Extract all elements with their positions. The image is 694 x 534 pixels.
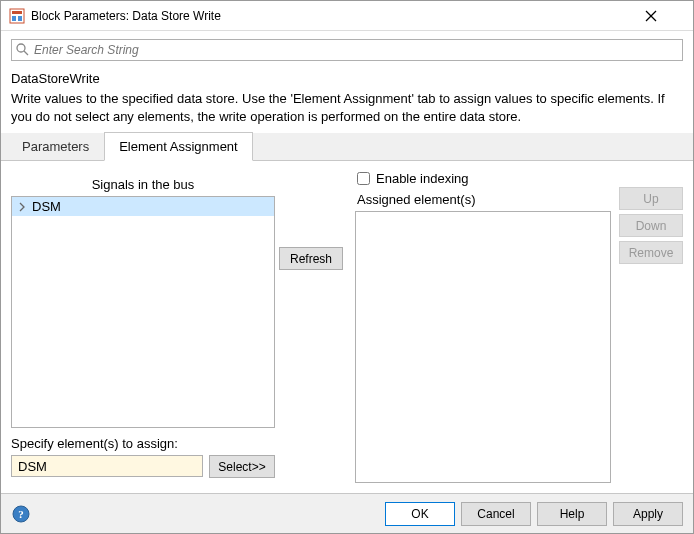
tab-bar: Parameters Element Assignment: [1, 133, 693, 161]
tab-element-assignment[interactable]: Element Assignment: [104, 132, 253, 161]
footer: ? OK Cancel Help Apply: [1, 493, 693, 533]
right-column: Enable indexing Assigned element(s): [347, 171, 611, 483]
apply-button[interactable]: Apply: [613, 502, 683, 526]
tree-item-dsm[interactable]: DSM: [12, 197, 274, 216]
specify-row: Specify element(s) to assign: Select>>: [11, 436, 275, 478]
search-row: [1, 31, 693, 67]
enable-indexing-label: Enable indexing: [376, 171, 469, 186]
signals-label: Signals in the bus: [11, 171, 275, 196]
help-icon[interactable]: ?: [11, 504, 31, 524]
ok-button[interactable]: OK: [385, 502, 455, 526]
left-column: Signals in the bus DSM Specify element(s…: [11, 171, 275, 483]
dialog-window: Block Parameters: Data Store Write DataS…: [0, 0, 694, 534]
right-button-column: Up Down Remove: [611, 171, 683, 483]
close-button[interactable]: [645, 10, 685, 22]
remove-button[interactable]: Remove: [619, 241, 683, 264]
specify-input[interactable]: [11, 455, 203, 477]
select-button[interactable]: Select>>: [209, 455, 275, 478]
main-row: Signals in the bus DSM Specify element(s…: [11, 171, 683, 483]
up-button[interactable]: Up: [619, 187, 683, 210]
svg-rect-1: [12, 11, 22, 14]
tab-parameters[interactable]: Parameters: [7, 132, 104, 160]
svg-point-6: [17, 44, 25, 52]
tree-item-label: DSM: [32, 199, 61, 214]
search-box: [11, 39, 683, 61]
enable-indexing-checkbox[interactable]: [357, 172, 370, 185]
svg-text:?: ?: [18, 508, 24, 520]
app-icon: [9, 8, 25, 24]
svg-rect-3: [18, 16, 22, 21]
down-button[interactable]: Down: [619, 214, 683, 237]
search-icon: [15, 42, 29, 56]
enable-indexing-row: Enable indexing: [355, 171, 611, 186]
svg-rect-2: [12, 16, 16, 21]
assigned-elements-list[interactable]: [355, 211, 611, 483]
refresh-button[interactable]: Refresh: [279, 247, 343, 270]
svg-line-7: [24, 51, 28, 55]
assigned-label: Assigned element(s): [355, 190, 611, 211]
description-area: DataStoreWrite Write values to the speci…: [1, 67, 693, 133]
specify-input-row: Select>>: [11, 455, 275, 478]
cancel-button[interactable]: Cancel: [461, 502, 531, 526]
tab-content: Signals in the bus DSM Specify element(s…: [1, 161, 693, 493]
search-input[interactable]: [11, 39, 683, 61]
block-description: Write values to the specified data store…: [11, 90, 683, 125]
titlebar: Block Parameters: Data Store Write: [1, 1, 693, 31]
chevron-right-icon: [18, 202, 28, 212]
window-title: Block Parameters: Data Store Write: [31, 9, 645, 23]
specify-label: Specify element(s) to assign:: [11, 436, 275, 451]
mid-column: Refresh: [275, 171, 347, 483]
close-icon: [645, 10, 657, 22]
signals-tree[interactable]: DSM: [11, 196, 275, 428]
block-name: DataStoreWrite: [11, 71, 683, 86]
help-button[interactable]: Help: [537, 502, 607, 526]
